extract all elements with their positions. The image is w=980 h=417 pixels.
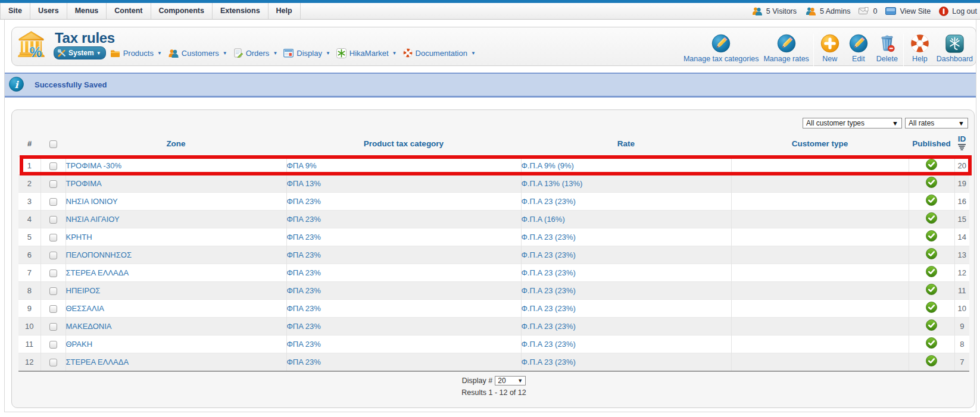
component-menu-orders[interactable]: Orders▼: [233, 48, 278, 58]
row-checkbox[interactable]: [49, 269, 57, 277]
column-header-Zone[interactable]: Zone: [65, 131, 286, 156]
published-check-icon[interactable]: [926, 284, 937, 297]
toolbar-button-manage-tax-categories[interactable]: Manage tax categories: [681, 34, 761, 63]
row-number: 10: [18, 317, 40, 335]
category-link[interactable]: ΦΠΑ 23%: [287, 340, 321, 349]
menubar-item-users[interactable]: Users: [30, 3, 67, 19]
category-link[interactable]: ΦΠΑ 23%: [287, 250, 321, 259]
zone-link[interactable]: ΠΕΛΟΠΟΝΝΗΣΟΣ: [66, 250, 132, 259]
rate-link[interactable]: Φ.Π.Α 23 (23%): [522, 233, 576, 242]
published-check-icon[interactable]: [926, 177, 937, 190]
zone-link[interactable]: ΤΡΟΦΙΜΑ: [66, 179, 102, 188]
component-menu-products[interactable]: Products▼: [110, 49, 162, 58]
rate-link[interactable]: Φ.Π.Α 13% (13%): [522, 179, 583, 188]
published-check-icon[interactable]: [926, 302, 937, 315]
published-check-icon[interactable]: [926, 248, 937, 261]
rate-link[interactable]: Φ.Π.Α 23 (23%): [522, 304, 576, 313]
rate-link[interactable]: Φ.Π.Α 9% (9%): [522, 161, 574, 170]
column-header-Published[interactable]: Published: [909, 131, 954, 156]
column-header-Customer type[interactable]: Customer type: [731, 131, 909, 156]
published-check-icon[interactable]: [926, 266, 937, 279]
display-count-select[interactable]: 20 ▼: [495, 376, 526, 385]
row-checkbox[interactable]: [49, 341, 57, 349]
published-check-icon[interactable]: [926, 159, 937, 172]
row-checkbox[interactable]: [49, 162, 57, 170]
rate-link[interactable]: Φ.Π.Α (16%): [522, 215, 565, 224]
toolbar-button-new[interactable]: New: [816, 34, 844, 63]
row-checkbox[interactable]: [49, 359, 57, 366]
toolbar-button-delete[interactable]: Delete: [873, 34, 901, 63]
row-checkbox[interactable]: [49, 252, 57, 259]
row-checkbox[interactable]: [49, 234, 57, 242]
status-view-site[interactable]: View Site: [885, 7, 931, 15]
menubar-item-menus[interactable]: Menus: [67, 3, 107, 19]
status-logout[interactable]: Log out: [939, 7, 977, 16]
zone-link[interactable]: ΗΠΕΙΡΟΣ: [66, 286, 101, 295]
zone-link[interactable]: ΘΕΣΣΑΛΙΑ: [66, 304, 105, 313]
rate-link[interactable]: Φ.Π.Α 23 (23%): [522, 322, 576, 331]
category-link[interactable]: ΦΠΑ 23%: [287, 322, 321, 331]
menubar-item-help[interactable]: Help: [269, 3, 301, 19]
rate-link[interactable]: Φ.Π.Α 23 (23%): [522, 340, 576, 349]
column-header-ID[interactable]: ID: [954, 131, 969, 156]
rate-link[interactable]: Φ.Π.Α 23 (23%): [522, 358, 576, 366]
rates-filter[interactable]: All rates ▼: [905, 118, 968, 128]
category-link[interactable]: ΦΠΑ 23%: [287, 215, 321, 224]
zone-link[interactable]: ΘΡΑΚΗ: [66, 340, 93, 349]
status-mail[interactable]: 0: [859, 7, 877, 15]
zone-link[interactable]: ΝΗΣΙΑ ΑΙΓΑΙΟΥ: [66, 215, 120, 224]
category-link[interactable]: ΦΠΑ 23%: [287, 286, 321, 295]
status-admins[interactable]: 5 Admins: [805, 7, 850, 15]
column-header-Rate[interactable]: Rate: [521, 131, 731, 156]
published-check-icon[interactable]: [926, 319, 937, 333]
menubar-item-content[interactable]: Content: [107, 3, 151, 19]
rate-link[interactable]: Φ.Π.Α 23 (23%): [522, 286, 576, 295]
row-checkbox[interactable]: [49, 216, 57, 224]
category-link[interactable]: ΦΠΑ 13%: [287, 179, 321, 188]
toolbar-button-manage-rates[interactable]: Manage rates: [761, 34, 811, 63]
component-menu-hikamarket[interactable]: HikaMarket▼: [336, 48, 397, 58]
folder-icon: [110, 49, 120, 58]
category-link[interactable]: ΦΠΑ 23%: [287, 233, 321, 242]
published-check-icon[interactable]: [926, 230, 937, 243]
menubar-item-extensions[interactable]: Extensions: [213, 3, 269, 19]
component-menu-system[interactable]: System▼: [54, 46, 106, 59]
zone-link[interactable]: ΤΡΟΦΙΜΑ -30%: [66, 161, 121, 170]
menubar-item-site[interactable]: Site: [0, 3, 30, 19]
category-link[interactable]: ΦΠΑ 23%: [287, 358, 321, 366]
select-all-checkbox[interactable]: [49, 140, 57, 148]
component-menu-customers[interactable]: Customers▼: [168, 49, 227, 58]
zone-link[interactable]: ΣΤΕΡΕΑ ΕΛΛΑΔΑ: [66, 268, 129, 277]
toolbar-button-edit[interactable]: Edit: [844, 34, 873, 63]
published-check-icon[interactable]: [926, 195, 937, 208]
category-link[interactable]: ΦΠΑ 23%: [287, 268, 321, 277]
published-check-icon[interactable]: [926, 337, 937, 350]
published-check-icon[interactable]: [926, 212, 937, 225]
category-link[interactable]: ΦΠΑ 23%: [287, 304, 321, 313]
category-link[interactable]: ΦΠΑ 9%: [287, 161, 317, 170]
row-checkbox[interactable]: [49, 198, 57, 206]
zone-link[interactable]: ΝΗΣΙΑ ΙΟΝΙΟΥ: [66, 197, 118, 206]
row-checkbox[interactable]: [49, 180, 57, 188]
zone-link[interactable]: ΚΡΗΤΗ: [66, 233, 92, 242]
rate-link[interactable]: Φ.Π.Α 23 (23%): [522, 250, 576, 259]
rate-link[interactable]: Φ.Π.Α 23 (23%): [522, 268, 576, 277]
customer-type-filter[interactable]: All customer types ▼: [803, 118, 902, 128]
table-row: 11ΘΡΑΚΗΦΠΑ 23%Φ.Π.Α 23 (23%)8: [18, 335, 969, 353]
component-menu-display[interactable]: Display▼: [283, 49, 330, 58]
row-checkbox[interactable]: [49, 323, 57, 331]
component-menu-documentation[interactable]: Documentation▼: [403, 48, 476, 58]
menubar-item-components[interactable]: Components: [151, 3, 213, 19]
row-checkbox[interactable]: [49, 305, 57, 313]
zone-link[interactable]: ΣΤΕΡΕΑ ΕΛΛΑΔΑ: [66, 358, 129, 366]
zone-link[interactable]: ΜΑΚΕΔΟΝΙΑ: [66, 322, 112, 331]
row-checkbox[interactable]: [49, 287, 57, 295]
toolbar-button-help[interactable]: Help: [906, 34, 934, 63]
rate-link[interactable]: Φ.Π.Α 23 (23%): [522, 197, 576, 206]
status-visitors[interactable]: 5 Visitors: [751, 7, 797, 15]
pencil-circle-icon: [849, 34, 868, 53]
published-check-icon[interactable]: [926, 355, 937, 368]
column-header-Product tax category[interactable]: Product tax category: [286, 131, 521, 156]
toolbar-button-dashboard[interactable]: Dashboard: [934, 34, 975, 63]
category-link[interactable]: ΦΠΑ 23%: [287, 197, 321, 206]
